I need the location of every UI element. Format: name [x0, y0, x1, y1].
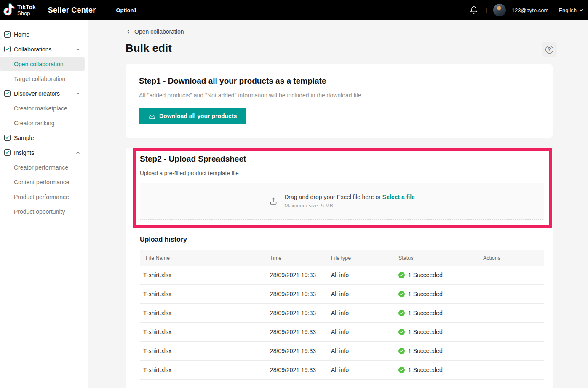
status-text: 1 Succeeded: [408, 272, 443, 278]
cell-file-type: All info: [326, 285, 393, 304]
question-mark-icon: ?: [545, 46, 553, 54]
tiktok-note-icon: [3, 3, 15, 18]
sidebar-item-home[interactable]: Home: [0, 27, 88, 42]
chevron-up-icon: [75, 47, 80, 52]
step2-card: Step2 - Upload Spreadsheet Upload a pre-…: [126, 148, 553, 388]
status-text: 1 Succeeded: [408, 310, 443, 316]
cell-status: 1 Succeeded: [393, 342, 478, 361]
status-text: 1 Succeeded: [408, 291, 443, 297]
table-row: T-shirt.xlsx 28/09/2021 19:33 All info 1…: [140, 266, 544, 285]
download-all-products-button[interactable]: Download all your products: [139, 108, 246, 124]
sidebar-item-open-collaboration[interactable]: Open collaboration: [0, 57, 85, 71]
success-check-icon: [398, 367, 405, 373]
sidebar-item-target-collaboration[interactable]: Target collaboration: [0, 71, 88, 86]
cell-actions: [478, 361, 544, 380]
sidebar-item-label: Content performance: [14, 179, 69, 186]
account-email[interactable]: 123@byte.com: [512, 7, 549, 13]
breadcrumb-label: Open collaboration: [134, 28, 184, 35]
download-icon: [149, 113, 155, 119]
sidebar-item-product-opportunity[interactable]: Product opportunity: [0, 204, 88, 219]
success-check-icon: [398, 348, 405, 354]
cell-file-type: All info: [326, 361, 393, 380]
step1-description: All "added products" and "Not added" inf…: [139, 92, 539, 99]
sidebar-item-creator-ranking[interactable]: Creator ranking: [0, 116, 88, 130]
user-avatar[interactable]: [493, 4, 506, 16]
tiktok-shop-logo[interactable]: TikTok Shop: [3, 3, 36, 18]
collaborations-icon: [4, 46, 11, 52]
sidebar-item-content-performance[interactable]: Content performance: [0, 175, 88, 189]
cell-file-type: All info: [326, 323, 393, 342]
select-file-link[interactable]: Select a file: [382, 194, 415, 200]
cell-time: 28/09/2021 19:33: [265, 285, 326, 304]
cell-time: 28/09/2021 19:33: [265, 266, 326, 285]
product-name: Seller Center: [48, 6, 96, 15]
cell-status: 1 Succeeded: [393, 323, 478, 342]
header-divider: [42, 6, 42, 14]
sidebar-item-label: Sample: [14, 135, 34, 141]
shop-name[interactable]: Option1: [116, 7, 136, 13]
language-selector[interactable]: English: [559, 7, 584, 13]
chevron-up-icon: [75, 91, 80, 96]
upload-history-section: Upload history File Name Time File type …: [126, 228, 553, 380]
upload-icon: [269, 197, 278, 205]
sidebar-nav: Home Collaborations Open collaboration T…: [0, 20, 88, 388]
table-header-row: File Name Time File type Status Actions: [140, 250, 544, 266]
cell-status: 1 Succeeded: [393, 285, 478, 304]
upload-history-table: File Name Time File type Status Actions …: [140, 250, 544, 380]
insights-icon: [4, 149, 11, 156]
upload-history-title: Upload history: [140, 236, 544, 243]
chevron-left-icon: [126, 29, 131, 35]
step2-title: Step2 - Upload Spreadsheet: [140, 154, 544, 164]
file-dropzone[interactable]: Drag and drop your Excel file here or Se…: [140, 183, 544, 220]
table-row: T-shirt.xlsx 28/09/2021 19:33 All info 1…: [140, 304, 544, 323]
main-content: Open collaboration Bulk edit ? Step1 - D…: [88, 20, 588, 388]
cell-status: 1 Succeeded: [393, 304, 478, 323]
home-icon: [4, 31, 11, 38]
language-label: English: [559, 7, 577, 13]
success-check-icon: [398, 329, 405, 335]
status-text: 1 Succeeded: [408, 348, 443, 354]
sidebar-item-insights[interactable]: Insights: [0, 145, 88, 160]
sidebar-item-label: Creator performance: [14, 164, 68, 171]
cell-file-name: T-shirt.xlsx: [140, 285, 265, 304]
table-row: T-shirt.xlsx 28/09/2021 19:33 All info 1…: [140, 323, 544, 342]
cell-time: 28/09/2021 19:33: [265, 342, 326, 361]
sidebar-item-collaborations[interactable]: Collaborations: [0, 42, 88, 57]
notifications-bell-icon[interactable]: [468, 4, 480, 16]
top-header-bar: TikTok Shop Seller Center Option1 | 123@…: [0, 0, 588, 20]
sidebar-item-label: Home: [14, 31, 29, 38]
sidebar-item-label: Product opportunity: [14, 208, 65, 215]
sidebar-item-sample[interactable]: Sample: [0, 130, 88, 145]
column-header-actions: Actions: [478, 250, 544, 266]
sample-icon: [4, 135, 11, 141]
cell-file-name: T-shirt.xlsx: [140, 323, 265, 342]
sidebar-item-creator-marketplace[interactable]: Creator marketplace: [0, 101, 88, 116]
cell-file-name: T-shirt.xlsx: [140, 361, 265, 380]
breadcrumb-back-link[interactable]: Open collaboration: [126, 28, 184, 35]
download-button-label: Download all your products: [159, 113, 237, 119]
cell-actions: [478, 285, 544, 304]
cell-status: 1 Succeeded: [393, 361, 478, 380]
sidebar-item-label: Collaborations: [14, 46, 52, 53]
logo-wordmark: TikTok Shop: [17, 4, 36, 16]
step2-description: Upload a pre-filled product template fil…: [140, 170, 544, 176]
cell-actions: [478, 266, 544, 285]
step2-highlight-annotation: Step2 - Upload Spreadsheet Upload a pre-…: [133, 148, 552, 228]
chevron-up-icon: [75, 150, 80, 155]
sidebar-item-label: Product performance: [14, 194, 69, 200]
sidebar-item-creator-performance[interactable]: Creator performance: [0, 160, 88, 175]
sidebar-item-discover-creators[interactable]: Discover creators: [0, 86, 88, 101]
cell-file-name: T-shirt.xlsx: [140, 342, 265, 361]
cell-time: 28/09/2021 19:33: [265, 304, 326, 323]
step1-title: Step1 - Download all your products as a …: [139, 76, 539, 86]
table-row: T-shirt.xlsx 28/09/2021 19:33 All info 1…: [140, 285, 544, 304]
sidebar-item-product-performance[interactable]: Product performance: [0, 189, 88, 204]
discover-creators-icon: [4, 90, 11, 97]
sidebar-item-label: Creator ranking: [14, 120, 55, 127]
column-header-status: Status: [393, 250, 478, 266]
status-text: 1 Succeeded: [408, 329, 443, 335]
cell-time: 28/09/2021 19:33: [265, 323, 326, 342]
sidebar-item-label: Insights: [14, 149, 34, 156]
help-button[interactable]: ?: [542, 42, 557, 57]
column-header-file-type: File type: [326, 250, 393, 266]
